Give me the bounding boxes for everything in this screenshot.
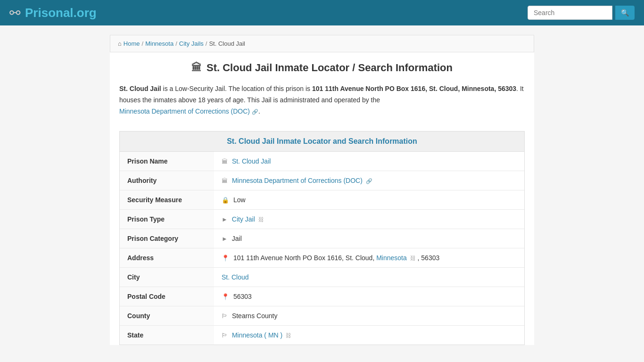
authority-icon: 🏛 [222,177,228,184]
breadcrumb-sep-3: / [206,40,207,47]
prison-category-value: Jail [232,235,242,242]
main-content: ⌂ Home / Minnesota / City Jails / St. Cl… [110,35,534,345]
breadcrumb-sep-1: / [142,40,144,47]
value-state: 🏳 Minnesota ( MN ) ⛓ [214,326,524,345]
breadcrumb-category[interactable]: City Jails [179,40,204,47]
prison-type-link[interactable]: City Jail [232,215,255,223]
state-icon: 🏳 [222,332,228,339]
label-state: State [120,326,214,345]
value-prison-name: 🏛 St. Cloud Jail [214,152,524,171]
table-row-address: Address 📍 101 11th Avenue North PO Box 1… [120,248,524,268]
table-row-postal: Postal Code 📍 56303 [120,287,524,306]
jail-icon: 🏛 [191,62,202,74]
description: St. Cloud Jail is a Low-Security Jail. T… [110,79,534,126]
search-icon: 🔍 [621,9,629,16]
logo-area: ⚯ Prisonal.org [9,5,97,21]
city-link[interactable]: St. Cloud [222,273,249,281]
info-table: Prison Name 🏛 St. Cloud Jail Authority 🏛… [120,152,524,345]
county-icon: 🏳 [222,313,228,320]
address-state-link[interactable]: Minnesota [376,254,407,262]
security-icon: 🔒 [222,197,229,204]
table-row-security: Security Measure 🔒 Low [120,190,524,210]
desc-period: . [258,107,260,115]
value-prison-type: ► City Jail ⛓ [214,210,524,229]
value-address: 📍 101 11th Avenue North PO Box 1616, St.… [214,248,524,268]
address-text: 101 11th Avenue North PO Box 1616, St. C… [233,254,376,262]
address-postal: , 56303 [418,254,440,262]
breadcrumb-sep-2: / [175,40,177,47]
breadcrumb-state[interactable]: Minnesota [145,40,173,47]
header: ⚯ Prisonal.org 🔍 [0,0,644,25]
home-icon: ⌂ [118,40,122,47]
value-prison-category: ► Jail [214,229,524,248]
info-section-header: St. Cloud Jail Inmate Locator and Search… [120,132,524,152]
postal-value: 56303 [233,293,252,300]
prison-category-icon: ► [222,235,228,242]
logo-icon: ⚯ [9,5,20,21]
label-prison-type: Prison Type [120,210,214,229]
table-row-prison-type: Prison Type ► City Jail ⛓ [120,210,524,229]
value-postal: 📍 56303 [214,287,524,306]
table-row-city: City St. Cloud [120,268,524,287]
search-area: 🔍 [528,6,635,20]
state-link[interactable]: Minnesota ( MN ) [232,331,282,339]
authority-link[interactable]: Minnesota Department of Corrections (DOC… [119,107,250,115]
table-row-authority: Authority 🏛 Minnesota Department of Corr… [120,171,524,190]
table-row-state: State 🏳 Minnesota ( MN ) ⛓ [120,326,524,345]
state-anchor-icon: ⛓ [286,332,291,339]
page-title: 🏛 St. Cloud Jail Inmate Locator / Search… [110,52,534,79]
label-county: County [120,306,214,326]
label-city: City [120,268,214,287]
value-county: 🏳 Stearns County [214,306,524,326]
page-title-text: St. Cloud Jail Inmate Locator / Search I… [206,62,453,74]
search-button[interactable]: 🔍 [615,6,635,20]
logo-teal: .org [74,6,97,20]
search-input[interactable] [528,6,612,20]
value-security: 🔒 Low [214,190,524,210]
label-address: Address [120,248,214,268]
table-row-prison-category: Prison Category ► Jail [120,229,524,248]
info-section: St. Cloud Jail Inmate Locator and Search… [119,131,525,345]
authority-ext-icon: 🔗 [366,178,372,184]
ext-link-icon: 🔗 [252,109,258,115]
value-city: St. Cloud [214,268,524,287]
breadcrumb-home[interactable]: Home [124,40,140,47]
postal-icon: 📍 [222,293,229,300]
breadcrumb: ⌂ Home / Minnesota / City Jails / St. Cl… [110,35,534,52]
desc-address-bold: 101 11th Avenue North PO Box 1616, St. C… [312,85,516,92]
prison-type-icon: ► [222,216,228,223]
prison-name-icon: 🏛 [222,158,228,165]
label-postal: Postal Code [120,287,214,306]
address-anchor-icon: ⛓ [410,255,416,262]
address-icon: 📍 [222,255,229,262]
prison-name-bold: St. Cloud Jail [119,85,161,92]
authority-table-link[interactable]: Minnesota Department of Corrections (DOC… [232,177,363,184]
value-authority: 🏛 Minnesota Department of Corrections (D… [214,171,524,190]
label-prison-name: Prison Name [120,152,214,171]
table-row-county: County 🏳 Stearns County [120,306,524,326]
security-value: Low [233,196,246,204]
label-security: Security Measure [120,190,214,210]
county-value: Stearns County [232,312,278,320]
prison-name-link[interactable]: St. Cloud Jail [232,157,271,165]
prison-type-anchor-icon: ⛓ [258,216,264,223]
logo-text: Prisonal.org [25,6,97,20]
breadcrumb-current: St. Cloud Jail [209,40,245,47]
label-prison-category: Prison Category [120,229,214,248]
desc-start: is a Low-Security Jail. The location of … [161,85,312,92]
label-authority: Authority [120,171,214,190]
logo-black: Prisonal [25,6,74,20]
table-row-prison-name: Prison Name 🏛 St. Cloud Jail [120,152,524,171]
